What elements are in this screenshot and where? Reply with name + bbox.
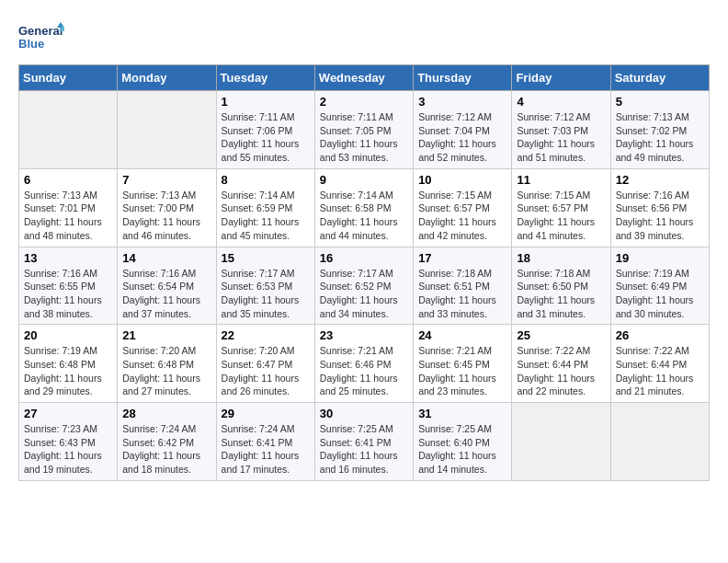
day-info: Sunrise: 7:17 AMSunset: 6:52 PMDaylight:… <box>320 267 408 321</box>
day-info: Sunrise: 7:24 AMSunset: 6:42 PMDaylight:… <box>122 422 210 477</box>
page-header: General Blue <box>18 18 710 55</box>
day-number: 18 <box>517 251 605 265</box>
calendar-cell <box>512 403 610 481</box>
day-info: Sunrise: 7:22 AMSunset: 6:44 PMDaylight:… <box>517 344 605 398</box>
svg-text:Blue: Blue <box>18 37 44 51</box>
header-thursday: Thursday <box>414 65 512 91</box>
calendar-cell: 8Sunrise: 7:14 AMSunset: 6:59 PMDaylight… <box>216 168 314 247</box>
day-number: 17 <box>418 251 506 265</box>
header-sunday: Sunday <box>19 65 118 91</box>
day-number: 3 <box>418 95 506 109</box>
logo-icon: General Blue <box>18 18 64 55</box>
calendar-cell: 9Sunrise: 7:14 AMSunset: 6:58 PMDaylight… <box>314 168 413 247</box>
day-info: Sunrise: 7:19 AMSunset: 6:49 PMDaylight:… <box>616 267 704 321</box>
calendar-cell <box>19 91 118 169</box>
calendar-cell: 29Sunrise: 7:24 AMSunset: 6:41 PMDayligh… <box>216 403 314 481</box>
day-info: Sunrise: 7:24 AMSunset: 6:41 PMDaylight:… <box>222 422 310 477</box>
calendar-week-row: 27Sunrise: 7:23 AMSunset: 6:43 PMDayligh… <box>19 403 710 481</box>
day-info: Sunrise: 7:22 AMSunset: 6:44 PMDaylight:… <box>616 344 704 398</box>
day-number: 11 <box>517 173 605 187</box>
calendar-cell: 10Sunrise: 7:15 AMSunset: 6:57 PMDayligh… <box>414 168 512 247</box>
calendar-cell: 12Sunrise: 7:16 AMSunset: 6:56 PMDayligh… <box>610 168 709 247</box>
calendar-cell <box>610 403 709 481</box>
svg-text:General: General <box>18 24 63 38</box>
calendar-cell: 4Sunrise: 7:12 AMSunset: 7:03 PMDaylight… <box>512 91 610 169</box>
calendar-cell: 1Sunrise: 7:11 AMSunset: 7:06 PMDaylight… <box>216 91 314 169</box>
calendar-cell: 21Sunrise: 7:20 AMSunset: 6:48 PMDayligh… <box>118 325 216 403</box>
day-number: 5 <box>616 95 704 109</box>
day-number: 20 <box>24 328 112 342</box>
day-info: Sunrise: 7:25 AMSunset: 6:41 PMDaylight:… <box>320 422 408 477</box>
day-number: 19 <box>616 251 704 265</box>
day-number: 15 <box>222 251 310 265</box>
header-friday: Friday <box>512 65 610 91</box>
calendar-cell: 20Sunrise: 7:19 AMSunset: 6:48 PMDayligh… <box>19 325 118 403</box>
day-number: 9 <box>320 173 408 187</box>
day-info: Sunrise: 7:23 AMSunset: 6:43 PMDaylight:… <box>24 422 112 477</box>
header-wednesday: Wednesday <box>314 65 413 91</box>
day-info: Sunrise: 7:14 AMSunset: 6:58 PMDaylight:… <box>320 189 408 243</box>
calendar-cell: 17Sunrise: 7:18 AMSunset: 6:51 PMDayligh… <box>414 247 512 325</box>
calendar-cell: 3Sunrise: 7:12 AMSunset: 7:04 PMDaylight… <box>414 91 512 169</box>
logo: General Blue <box>18 18 68 55</box>
day-number: 31 <box>418 407 506 420</box>
day-info: Sunrise: 7:13 AMSunset: 7:02 PMDaylight:… <box>616 110 704 165</box>
calendar-week-row: 13Sunrise: 7:16 AMSunset: 6:55 PMDayligh… <box>19 247 710 325</box>
day-number: 16 <box>320 251 408 265</box>
calendar-cell: 31Sunrise: 7:25 AMSunset: 6:40 PMDayligh… <box>414 403 512 481</box>
day-number: 10 <box>418 173 506 187</box>
calendar-cell: 18Sunrise: 7:18 AMSunset: 6:50 PMDayligh… <box>512 247 610 325</box>
day-number: 28 <box>122 407 210 420</box>
day-info: Sunrise: 7:16 AMSunset: 6:56 PMDaylight:… <box>616 189 704 243</box>
calendar-header-row: SundayMondayTuesdayWednesdayThursdayFrid… <box>19 65 710 91</box>
calendar-cell: 13Sunrise: 7:16 AMSunset: 6:55 PMDayligh… <box>19 247 118 325</box>
day-info: Sunrise: 7:21 AMSunset: 6:45 PMDaylight:… <box>418 344 506 398</box>
day-info: Sunrise: 7:13 AMSunset: 7:01 PMDaylight:… <box>24 189 112 243</box>
day-number: 27 <box>24 407 112 420</box>
day-number: 25 <box>517 328 605 342</box>
day-number: 24 <box>418 328 506 342</box>
day-number: 23 <box>320 328 408 342</box>
day-number: 7 <box>122 173 210 187</box>
calendar-cell: 25Sunrise: 7:22 AMSunset: 6:44 PMDayligh… <box>512 325 610 403</box>
day-info: Sunrise: 7:16 AMSunset: 6:55 PMDaylight:… <box>24 267 112 321</box>
calendar-cell: 22Sunrise: 7:20 AMSunset: 6:47 PMDayligh… <box>216 325 314 403</box>
day-info: Sunrise: 7:12 AMSunset: 7:04 PMDaylight:… <box>418 110 506 165</box>
day-info: Sunrise: 7:12 AMSunset: 7:03 PMDaylight:… <box>517 110 605 165</box>
day-info: Sunrise: 7:20 AMSunset: 6:47 PMDaylight:… <box>222 344 310 398</box>
day-info: Sunrise: 7:17 AMSunset: 6:53 PMDaylight:… <box>222 267 310 321</box>
calendar-cell: 28Sunrise: 7:24 AMSunset: 6:42 PMDayligh… <box>118 403 216 481</box>
calendar-week-row: 20Sunrise: 7:19 AMSunset: 6:48 PMDayligh… <box>19 325 710 403</box>
day-number: 30 <box>320 407 408 420</box>
day-info: Sunrise: 7:21 AMSunset: 6:46 PMDaylight:… <box>320 344 408 398</box>
calendar-cell: 14Sunrise: 7:16 AMSunset: 6:54 PMDayligh… <box>118 247 216 325</box>
day-number: 14 <box>122 251 210 265</box>
calendar-week-row: 6Sunrise: 7:13 AMSunset: 7:01 PMDaylight… <box>19 168 710 247</box>
day-number: 13 <box>24 251 112 265</box>
calendar-cell: 24Sunrise: 7:21 AMSunset: 6:45 PMDayligh… <box>414 325 512 403</box>
day-number: 8 <box>222 173 310 187</box>
calendar-cell: 6Sunrise: 7:13 AMSunset: 7:01 PMDaylight… <box>19 168 118 247</box>
calendar-cell: 30Sunrise: 7:25 AMSunset: 6:41 PMDayligh… <box>314 403 413 481</box>
header-monday: Monday <box>118 65 216 91</box>
day-number: 29 <box>222 407 310 420</box>
header-tuesday: Tuesday <box>216 65 314 91</box>
day-number: 2 <box>320 95 408 109</box>
calendar-cell: 27Sunrise: 7:23 AMSunset: 6:43 PMDayligh… <box>19 403 118 481</box>
day-info: Sunrise: 7:19 AMSunset: 6:48 PMDaylight:… <box>24 344 112 398</box>
day-number: 21 <box>122 328 210 342</box>
day-number: 22 <box>222 328 310 342</box>
day-number: 12 <box>616 173 704 187</box>
day-number: 26 <box>616 328 704 342</box>
calendar-table: SundayMondayTuesdayWednesdayThursdayFrid… <box>18 64 710 481</box>
day-info: Sunrise: 7:15 AMSunset: 6:57 PMDaylight:… <box>418 189 506 243</box>
day-info: Sunrise: 7:15 AMSunset: 6:57 PMDaylight:… <box>517 189 605 243</box>
day-info: Sunrise: 7:20 AMSunset: 6:48 PMDaylight:… <box>122 344 210 398</box>
day-number: 4 <box>517 95 605 109</box>
calendar-cell: 23Sunrise: 7:21 AMSunset: 6:46 PMDayligh… <box>314 325 413 403</box>
day-info: Sunrise: 7:18 AMSunset: 6:51 PMDaylight:… <box>418 267 506 321</box>
calendar-cell: 26Sunrise: 7:22 AMSunset: 6:44 PMDayligh… <box>610 325 709 403</box>
day-info: Sunrise: 7:14 AMSunset: 6:59 PMDaylight:… <box>222 189 310 243</box>
calendar-cell: 15Sunrise: 7:17 AMSunset: 6:53 PMDayligh… <box>216 247 314 325</box>
calendar-cell: 5Sunrise: 7:13 AMSunset: 7:02 PMDaylight… <box>610 91 709 169</box>
